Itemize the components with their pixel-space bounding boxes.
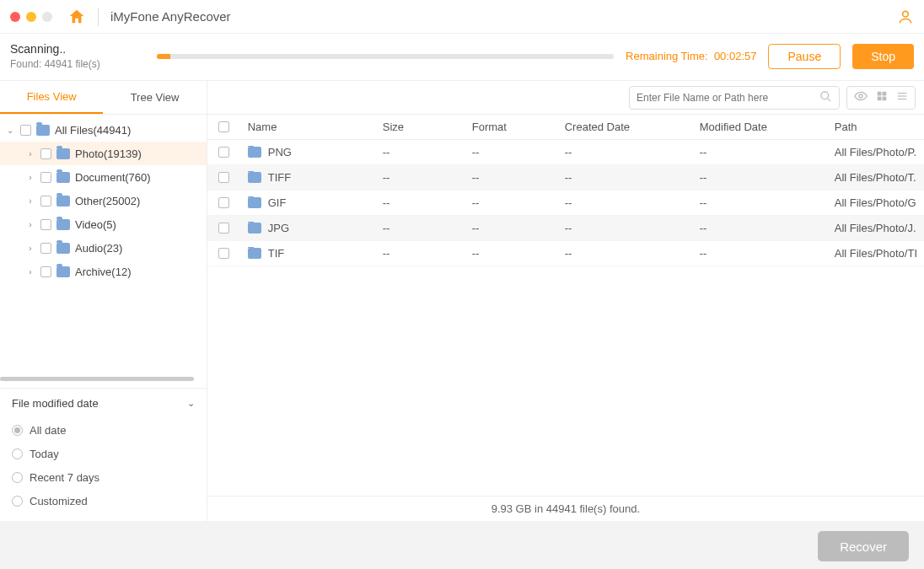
chevron-down-icon[interactable]: ⌄ [187, 398, 195, 409]
tree-item[interactable]: ›Archive(12) [0, 260, 207, 283]
scrollbar[interactable] [0, 377, 194, 381]
stop-button[interactable]: Stop [852, 44, 914, 69]
filter-panel: File modified date ⌄ All dateTodayRecent… [0, 388, 207, 521]
row-format: -- [465, 196, 558, 209]
row-created: -- [558, 196, 693, 209]
row-name: PNG [268, 146, 292, 158]
close-window-button[interactable] [10, 12, 20, 22]
tab-tree-view[interactable]: Tree View [103, 81, 206, 114]
checkbox[interactable] [40, 266, 51, 277]
chevron-right-icon[interactable]: › [25, 267, 35, 276]
row-format: -- [465, 222, 558, 234]
checkbox[interactable] [218, 197, 229, 208]
select-all-checkbox[interactable] [218, 121, 229, 132]
tree-item[interactable]: ›Other(25002) [0, 189, 207, 212]
chevron-right-icon[interactable]: › [25, 149, 35, 158]
scan-status: Scanning.. [10, 42, 145, 56]
radio[interactable] [12, 425, 23, 436]
maximize-window-button[interactable] [42, 12, 52, 22]
checkbox[interactable] [20, 125, 31, 136]
minimize-window-button[interactable] [26, 12, 36, 22]
tree-item[interactable]: ›Video(5) [0, 212, 207, 236]
tree-item[interactable]: ›Document(760) [0, 165, 207, 189]
folder-icon [248, 248, 261, 259]
row-name: TIF [268, 247, 285, 260]
checkbox[interactable] [218, 172, 229, 183]
user-icon[interactable] [897, 8, 914, 25]
checkbox[interactable] [218, 223, 229, 234]
list-icon[interactable] [896, 90, 908, 105]
recover-button[interactable]: Recover [818, 531, 909, 561]
folder-icon [56, 196, 70, 207]
table-row[interactable]: JPG--------All Files/Photo/J. [207, 216, 924, 241]
tree-label: Audio(23) [75, 242, 122, 255]
col-format[interactable]: Format [465, 121, 558, 133]
table-row[interactable]: PNG--------All Files/Photo/P. [207, 140, 924, 165]
content-area: Name Size Format Created Date Modified D… [207, 81, 924, 521]
row-modified: -- [693, 196, 828, 209]
chevron-right-icon[interactable]: › [25, 220, 35, 229]
checkbox[interactable] [40, 219, 51, 230]
sidebar-tabs: Files View Tree View [0, 81, 207, 115]
checkbox[interactable] [40, 196, 51, 207]
row-modified: -- [693, 146, 828, 158]
tree-root[interactable]: ⌄ All Files(44941) [0, 118, 207, 142]
svg-rect-4 [878, 92, 882, 96]
checkbox[interactable] [218, 248, 229, 259]
checkbox[interactable] [40, 243, 51, 254]
divider [98, 8, 99, 26]
footer: Recover [0, 521, 924, 569]
col-path[interactable]: Path [828, 121, 924, 133]
chevron-right-icon[interactable]: › [25, 196, 35, 206]
search-box[interactable] [629, 86, 840, 110]
svg-rect-6 [878, 97, 882, 101]
pause-button[interactable]: Pause [768, 44, 841, 69]
col-created[interactable]: Created Date [558, 121, 693, 133]
svg-point-1 [821, 91, 829, 99]
app-title: iMyFone AnyRecover [110, 9, 231, 24]
row-path: All Files/Photo/T. [828, 171, 924, 184]
tab-files-view[interactable]: Files View [0, 81, 103, 114]
titlebar: iMyFone AnyRecover [0, 0, 924, 34]
filter-option[interactable]: Recent 7 days [12, 465, 195, 489]
folder-icon [248, 172, 261, 183]
eye-icon[interactable] [854, 89, 868, 105]
radio[interactable] [12, 448, 23, 459]
file-tree: ⌄ All Files(44941) ›Photo(19139)›Documen… [0, 115, 207, 373]
col-size[interactable]: Size [376, 121, 465, 133]
radio[interactable] [12, 472, 23, 483]
row-created: -- [558, 171, 693, 184]
search-input[interactable] [637, 92, 819, 104]
chevron-right-icon[interactable]: › [25, 173, 35, 182]
filter-option[interactable]: Customized [12, 489, 195, 513]
tree-label: Video(5) [75, 218, 116, 231]
tree-item[interactable]: ›Photo(19139) [0, 142, 207, 165]
svg-rect-5 [883, 92, 887, 96]
chevron-down-icon[interactable]: ⌄ [5, 126, 15, 135]
row-modified: -- [693, 222, 828, 234]
tree-item[interactable]: ›Audio(23) [0, 236, 207, 260]
col-name[interactable]: Name [241, 121, 376, 133]
chevron-right-icon[interactable]: › [25, 244, 35, 253]
search-icon[interactable] [819, 90, 832, 105]
row-size: -- [376, 247, 465, 260]
tree-label: Other(25002) [75, 195, 140, 207]
table-row[interactable]: TIF--------All Files/Photo/TI [207, 241, 924, 266]
radio[interactable] [12, 496, 23, 507]
col-modified[interactable]: Modified Date [693, 121, 828, 133]
grid-icon[interactable] [876, 90, 888, 105]
row-created: -- [558, 222, 693, 234]
home-icon[interactable] [67, 8, 86, 26]
svg-line-2 [827, 98, 830, 101]
table-row[interactable]: GIF--------All Files/Photo/G [207, 191, 924, 216]
filter-option[interactable]: Today [12, 442, 195, 465]
checkbox[interactable] [218, 147, 229, 158]
folder-icon [56, 172, 70, 183]
row-name: TIFF [268, 171, 291, 184]
row-path: All Files/Photo/J. [828, 222, 924, 234]
table-row[interactable]: TIFF--------All Files/Photo/T. [207, 165, 924, 191]
filter-option[interactable]: All date [12, 418, 195, 442]
checkbox[interactable] [40, 172, 51, 183]
tree-label: Photo(19139) [75, 148, 142, 160]
checkbox[interactable] [40, 148, 51, 159]
